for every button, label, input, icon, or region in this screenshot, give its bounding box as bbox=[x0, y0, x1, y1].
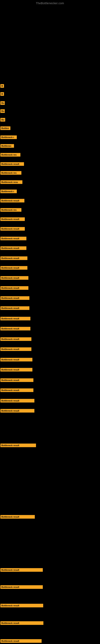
bottleneck-label: Bottleneck r bbox=[0, 190, 17, 193]
bottleneck-item: Bottleneck result bbox=[0, 515, 35, 520]
bottleneck-item: Bottleneck result bbox=[0, 347, 31, 352]
bottleneck-label: Bottleneck result bbox=[0, 444, 36, 447]
bottleneck-item: Bo bbox=[0, 109, 5, 114]
bottleneck-item: Bottleneck result bbox=[0, 317, 30, 321]
bottleneck-item: Bottleneck result bbox=[0, 409, 34, 413]
bottleneck-item: Bottleneck result bbox=[0, 256, 27, 261]
bottleneck-item: Bottleneck res bbox=[0, 171, 21, 176]
bottleneck-item: Bottleneck result bbox=[0, 296, 29, 301]
bottleneck-label: Bottleneck result bbox=[0, 337, 31, 341]
bottleneck-item: Bottleneck result bbox=[0, 246, 26, 251]
bottleneck-label: Bo bbox=[0, 118, 5, 122]
bottleneck-label: Bottleneck result bbox=[0, 388, 33, 392]
bottleneck-item: Bottleneck result bbox=[0, 276, 28, 280]
bottleneck-label: Bottleneck result bbox=[0, 162, 24, 166]
bottleneck-item: Bo bbox=[0, 118, 5, 122]
bottleneck-label: Bottleneck result bbox=[0, 358, 32, 362]
bottleneck-item: Bottleneck result bbox=[0, 286, 28, 290]
bottleneck-label: Bottlen bbox=[0, 126, 10, 130]
bottleneck-label: B bbox=[0, 84, 4, 88]
bottleneck-label: Bottleneck result bbox=[0, 306, 29, 310]
bottleneck-label: Bottleneck resu bbox=[0, 180, 22, 184]
bottleneck-item: Bottleneck result bbox=[0, 237, 26, 241]
bottleneck-item: Bottleneck res bbox=[0, 208, 21, 212]
bottleneck-item: Bottleneck r bbox=[0, 190, 17, 194]
bottleneck-label: Bottleneck result bbox=[0, 266, 27, 270]
bottleneck-label: Bottleneck res bbox=[0, 208, 21, 212]
bottleneck-item: Bottlenec bbox=[0, 144, 14, 148]
bottleneck-label: Bo bbox=[0, 109, 5, 113]
bottleneck-label: Bottleneck result bbox=[0, 217, 25, 221]
bottleneck-label: Bottleneck result bbox=[0, 327, 30, 330]
bottleneck-label: Bottleneck result bbox=[0, 604, 43, 607]
bottleneck-item: Bo bbox=[0, 101, 5, 106]
bottleneck-label: B bbox=[0, 92, 4, 96]
bottleneck-label: Bottleneck result bbox=[0, 639, 42, 643]
bottleneck-label: Bottleneck result bbox=[0, 399, 34, 402]
bottleneck-item: Bottleneck result bbox=[0, 399, 34, 403]
bottleneck-label: Bottleneck result bbox=[0, 246, 26, 250]
bottleneck-item: Bottleneck result bbox=[0, 358, 32, 362]
site-title: TheBottlenecker.com bbox=[0, 0, 100, 6]
bottleneck-item: Bottleneck res bbox=[0, 153, 20, 158]
bottleneck-item: B bbox=[0, 92, 4, 96]
bottleneck-item: Bottleneck result bbox=[0, 639, 42, 644]
bottleneck-item: Bottleneck result bbox=[0, 368, 32, 372]
bottleneck-label: Bottleneck result bbox=[0, 409, 34, 412]
bottleneck-label: Bottleneck res bbox=[0, 171, 21, 175]
bottleneck-item: Bottlen bbox=[0, 126, 10, 131]
bottleneck-item: Bottleneck result bbox=[0, 327, 30, 331]
bottleneck-label: Bottleneck result bbox=[0, 296, 29, 300]
bottleneck-item: Bottleneck result bbox=[0, 568, 43, 572]
bottleneck-item: Bottleneck result bbox=[0, 621, 43, 626]
bottleneck-item: Bottleneck result bbox=[0, 199, 24, 203]
bottleneck-label: Bottleneck result bbox=[0, 276, 28, 280]
bottleneck-label: Bottleneck res bbox=[0, 153, 20, 156]
bottleneck-label: Bottleneck result bbox=[0, 347, 31, 351]
bottleneck-label: Bo bbox=[0, 101, 5, 105]
bottleneck-item: Bottleneck result bbox=[0, 217, 25, 222]
bottleneck-label: Bottleneck result bbox=[0, 585, 43, 589]
bottleneck-item: Bottleneck result bbox=[0, 444, 36, 448]
bottleneck-item: Bottleneck result bbox=[0, 388, 33, 393]
bottleneck-label: Bottleneck result bbox=[0, 237, 26, 240]
bottleneck-item: Bottleneck result bbox=[0, 337, 31, 342]
bottleneck-item: Bottleneck result bbox=[0, 306, 29, 311]
bottleneck-item: Bottleneck result bbox=[0, 162, 24, 167]
bottleneck-label: Bottlenec bbox=[0, 144, 14, 148]
bottleneck-item: Bottleneck result bbox=[0, 266, 27, 270]
bottleneck-label: Bottleneck r bbox=[0, 136, 17, 139]
bottleneck-label: Bottleneck result bbox=[0, 199, 24, 202]
bottleneck-label: Bottleneck result bbox=[0, 286, 28, 290]
bottleneck-item: Bottleneck result bbox=[0, 604, 43, 608]
bottleneck-label: Bottleneck result bbox=[0, 256, 27, 260]
bottleneck-item: Bottleneck resu bbox=[0, 180, 22, 185]
bottleneck-item: Bottleneck result bbox=[0, 378, 33, 383]
bottleneck-label: Bottleneck result bbox=[0, 317, 30, 320]
bottleneck-label: Bottleneck result bbox=[0, 368, 32, 372]
bottleneck-label: Bottleneck result bbox=[0, 568, 43, 572]
bottleneck-item: Bottleneck result bbox=[0, 227, 25, 232]
bottleneck-item: Bottleneck result bbox=[0, 585, 43, 590]
bottleneck-item: Bottleneck r bbox=[0, 136, 17, 140]
bottleneck-item: B bbox=[0, 84, 4, 88]
bottleneck-label: Bottleneck result bbox=[0, 227, 25, 231]
bottleneck-label: Bottleneck result bbox=[0, 621, 43, 625]
bottleneck-label: Bottleneck result bbox=[0, 378, 33, 382]
bottleneck-label: Bottleneck result bbox=[0, 515, 35, 518]
